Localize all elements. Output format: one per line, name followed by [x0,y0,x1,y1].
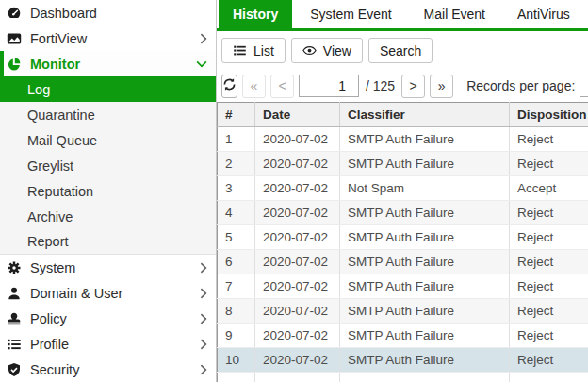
sidebar-item-label: Policy [30,311,200,326]
sidebar-item-label: Log [27,82,207,97]
main-content: HistorySystem EventMail EventAntiVirusAn… [217,0,588,382]
records-per-page-input[interactable] [580,75,588,97]
chevron-right-icon [200,262,207,274]
cell-classifier: SMTP Auth Failure [340,127,510,152]
cell-row-number: 9 [218,324,255,348]
table-row[interactable]: 32020-07-02Not SpamAccept [218,176,588,201]
cell-row-number: 5 [218,225,255,250]
search-button[interactable]: Search [368,38,433,63]
sidebar-item-report[interactable]: Report [0,229,216,255]
table-header-row: #DateClassifierDisposition [218,103,588,127]
sidebar-item-dashboard[interactable]: Dashboard [0,0,216,25]
eye-icon [302,43,317,58]
last-page-button[interactable]: » [430,75,453,98]
cell-classifier: SMTP Auth Failure [340,250,510,274]
page-number-input[interactable] [299,75,359,97]
column-header-row-number[interactable]: # [218,103,255,127]
chevron-right-icon [200,364,207,375]
list-button[interactable]: List [221,38,286,63]
sidebar-item-label: Profile [30,337,200,352]
sidebar-item-security[interactable]: Security [0,357,216,382]
sidebar-item-reputation[interactable]: Reputation [0,178,216,204]
cell-date: 2020-07-02 [255,201,340,225]
sidebar-item-log[interactable]: Log [0,76,216,102]
log-table-container: #DateClassifierDisposition12020-07-02SMT… [217,102,588,382]
refresh-button[interactable] [221,75,237,98]
view-button[interactable]: View [291,38,363,63]
sidebar-item-label: Archive [27,209,207,224]
sidebar-item-system[interactable]: System [0,255,216,280]
sidebar: DashboardFortiViewMonitorLogQuarantineMa… [0,0,217,382]
list-icon [7,337,23,352]
sidebar-item-domain-user[interactable]: Domain & User [0,280,216,306]
prev-page-button[interactable]: < [270,75,294,98]
cell-disposition: Reject [510,127,588,152]
table-row[interactable]: 62020-07-02SMTP Auth FailureReject [218,250,588,274]
sidebar-item-mail-queue[interactable]: Mail Queue [0,127,216,153]
sidebar-item-fortiview[interactable]: FortiView [0,25,216,51]
cell-classifier [340,373,510,382]
page-total-label: / 125 [366,78,395,93]
cell-row-number: 2 [218,152,255,176]
tab-history[interactable]: History [219,0,292,28]
cell-date: 2020-07-02 [255,348,340,373]
table-row[interactable]: 42020-07-02SMTP Auth FailureReject [218,201,588,225]
table-row[interactable]: 82020-07-02SMTP Auth FailureReject [218,299,588,324]
table-row[interactable]: 22020-07-02SMTP Auth FailureReject [218,152,588,176]
records-per-page-label: Records per page: [466,78,575,93]
table-row-partial [218,373,588,382]
sidebar-item-label: Security [30,362,200,377]
sidebar-item-label: Report [27,234,207,249]
cell-date: 2020-07-02 [255,250,340,274]
sidebar-item-label: Domain & User [30,286,200,301]
column-header-classifier[interactable]: Classifier [340,103,510,127]
cell-date: 2020-07-02 [255,127,340,152]
cell-row-number: 8 [218,299,255,324]
cell-classifier: SMTP Auth Failure [340,201,510,225]
cell-classifier: SMTP Auth Failure [340,152,510,176]
cell-date: 2020-07-02 [255,274,340,299]
sidebar-item-policy[interactable]: Policy [0,306,216,331]
tab-system-event[interactable]: System Event [296,0,405,28]
table-row[interactable]: 102020-07-02SMTP Auth FailureReject [218,348,588,373]
sidebar-item-label: Reputation [27,184,207,199]
cell-row-number: 10 [218,348,255,373]
gear-icon [7,260,23,275]
pagination-bar: « < / 125 > » Records per page: [217,70,588,102]
refresh-icon [222,77,237,94]
cell-classifier: SMTP Auth Failure [340,299,510,324]
tab-mail-event[interactable]: Mail Event [410,0,499,28]
sidebar-item-quarantine[interactable]: Quarantine [0,102,216,127]
cell-disposition: Reject [510,348,588,373]
shield-icon [7,362,23,377]
column-header-date[interactable]: Date [255,103,340,127]
chevron-right-icon [200,339,207,350]
sidebar-item-profile[interactable]: Profile [0,331,216,357]
cell-classifier: SMTP Auth Failure [340,324,510,348]
column-header-disposition[interactable]: Disposition [510,103,588,127]
first-page-button[interactable]: « [242,75,266,98]
sidebar-item-label: FortiView [30,31,200,46]
tab-antivirus[interactable]: AntiVirus [503,0,584,28]
cell-row-number [218,373,255,382]
chevron-right-icon [200,288,207,299]
cell-row-number: 3 [218,176,255,201]
cell-disposition: Reject [510,250,588,274]
cell-classifier: Not Spam [340,176,510,201]
cell-disposition: Accept [510,176,588,201]
chevron-right-icon [200,313,207,324]
cell-disposition: Reject [510,152,588,176]
table-row[interactable]: 92020-07-02SMTP Auth FailureReject [218,324,588,348]
next-page-button[interactable]: > [401,75,425,98]
sidebar-item-greylist[interactable]: Greylist [0,153,216,178]
sidebar-item-label: Monitor [30,57,196,72]
table-row[interactable]: 72020-07-02SMTP Auth FailureReject [218,274,588,299]
cell-date: 2020-07-02 [255,225,340,250]
list-icon [233,43,247,58]
sidebar-item-label: Dashboard [30,6,207,21]
sidebar-item-archive[interactable]: Archive [0,204,216,229]
table-row[interactable]: 12020-07-02SMTP Auth FailureReject [218,127,588,152]
sidebar-item-monitor[interactable]: Monitor [0,51,216,76]
table-row[interactable]: 52020-07-02SMTP Auth FailureReject [218,225,588,250]
dashboard-icon [7,6,23,21]
